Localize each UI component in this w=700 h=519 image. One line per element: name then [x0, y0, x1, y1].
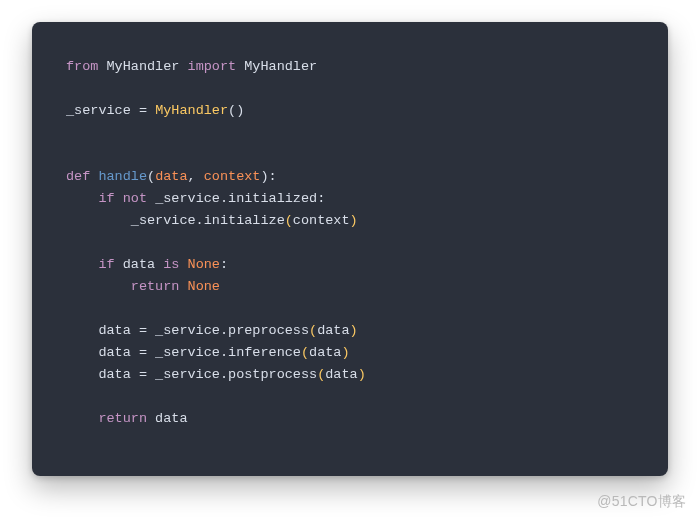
- keyword-if: if: [98, 191, 114, 206]
- var-data: data: [115, 257, 164, 272]
- param-context: context: [204, 169, 261, 184]
- arg-data: data: [317, 323, 349, 338]
- space: [179, 257, 187, 272]
- paren-close: ):: [260, 169, 276, 184]
- imported-name: MyHandler: [244, 59, 317, 74]
- arg-data: data: [309, 345, 341, 360]
- space: [179, 279, 187, 294]
- keyword-if: if: [98, 257, 114, 272]
- paren-close: ): [350, 323, 358, 338]
- keyword-return: return: [131, 279, 180, 294]
- const-none: None: [188, 257, 220, 272]
- keyword-import: import: [188, 59, 237, 74]
- colon: :: [220, 257, 228, 272]
- code-card: from MyHandler import MyHandler _service…: [32, 22, 668, 476]
- paren-open: (: [301, 345, 309, 360]
- var-service: _service: [66, 103, 131, 118]
- class-myhandler: MyHandler: [155, 103, 228, 118]
- code-block: from MyHandler import MyHandler _service…: [66, 56, 634, 430]
- paren-close: ): [341, 345, 349, 360]
- keyword-def: def: [66, 169, 90, 184]
- comma: ,: [188, 169, 204, 184]
- keyword-from: from: [66, 59, 98, 74]
- module-name: MyHandler: [107, 59, 180, 74]
- stmt-inference: data = _service.inference: [98, 345, 301, 360]
- keyword-is: is: [163, 257, 179, 272]
- param-data: data: [155, 169, 187, 184]
- paren-open: (: [147, 169, 155, 184]
- stmt-postprocess: data = _service.postprocess: [98, 367, 317, 382]
- keyword-not: not: [123, 191, 147, 206]
- keyword-return: return: [98, 411, 147, 426]
- arg-context: context: [293, 213, 350, 228]
- call-initialize: _service.initialize: [131, 213, 285, 228]
- return-var: data: [147, 411, 188, 426]
- stmt-preprocess: data = _service.preprocess: [98, 323, 309, 338]
- assign-op: =: [131, 103, 155, 118]
- call-parens: (): [228, 103, 244, 118]
- expr-initialized: _service.initialized:: [147, 191, 325, 206]
- paren-open: (: [309, 323, 317, 338]
- paren-close: ): [350, 213, 358, 228]
- arg-data: data: [325, 367, 357, 382]
- watermark-label: @51CTO博客: [597, 493, 686, 511]
- paren-close: ): [358, 367, 366, 382]
- const-none: None: [188, 279, 220, 294]
- func-handle: handle: [98, 169, 147, 184]
- paren-open: (: [285, 213, 293, 228]
